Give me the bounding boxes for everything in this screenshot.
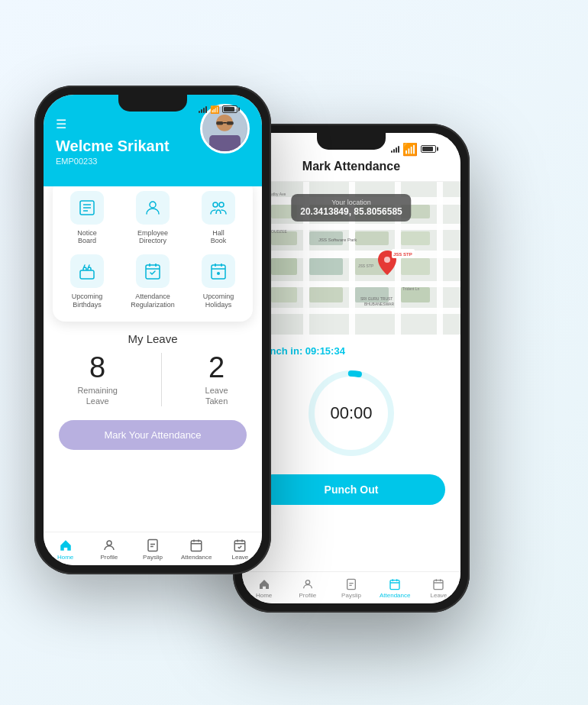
- r-nav-profile[interactable]: Profile: [286, 572, 329, 603]
- svg-rect-5: [227, 121, 234, 125]
- svg-rect-4: [216, 121, 223, 125]
- leave-stats: 8 RemainingLeave 2 LeaveTaken: [56, 353, 250, 407]
- punch-in-time: 09:15:34: [305, 345, 345, 357]
- svg-rect-14: [80, 270, 94, 279]
- punch-out-button[interactable]: Punch Out: [257, 474, 445, 505]
- svg-rect-15: [146, 265, 160, 279]
- profile-icon: [102, 538, 116, 552]
- attendance-reg-label: AttendanceRegularization: [131, 293, 175, 309]
- my-leave-title: My Leave: [56, 332, 250, 345]
- svg-text:Trident Ln: Trident Ln: [402, 286, 420, 291]
- location-label: Your location: [300, 199, 402, 206]
- svg-rect-54: [309, 258, 343, 275]
- nav-item-profile[interactable]: Profile: [87, 532, 131, 565]
- menu-item-employee-directory[interactable]: EmployeeDirectory: [124, 191, 181, 246]
- svg-rect-80: [434, 580, 443, 589]
- leave-taken-number: 2: [205, 353, 228, 382]
- punch-section: Punch in: 09:15:34 00:00 Punch Out: [242, 335, 460, 571]
- bottom-nav-left: Home Profile Payslip: [44, 532, 262, 565]
- remaining-leave: 8 RemainingLeave: [77, 353, 118, 407]
- hall-book-label: HallBook: [211, 229, 227, 246]
- svg-text:SRI GURU TRUST: SRI GURU TRUST: [360, 296, 393, 301]
- svg-point-11: [150, 202, 156, 208]
- svg-rect-57: [271, 287, 297, 302]
- leave-taken: 2 LeaveTaken: [205, 353, 228, 407]
- notice-board-icon: [70, 191, 104, 225]
- svg-rect-53: [271, 258, 297, 275]
- r-payslip-label: Payslip: [341, 592, 361, 599]
- nav-attendance-label: Attendance: [181, 554, 212, 561]
- nav-item-payslip[interactable]: Payslip: [131, 532, 174, 565]
- employee-directory-icon: [136, 191, 170, 225]
- svg-text:JSS STP: JSS STP: [393, 252, 412, 257]
- r-payslip-icon: [345, 578, 357, 590]
- svg-rect-58: [309, 287, 343, 302]
- holidays-label: UpcomingHolidays: [203, 293, 234, 309]
- mark-attendance-container: Mark Your Attendance: [44, 412, 262, 458]
- notice-board-label: NoticeBoard: [77, 229, 97, 246]
- nav-item-leave[interactable]: Leave: [218, 532, 262, 565]
- r-nav-home[interactable]: Home: [242, 572, 286, 603]
- menu-item-attendance-reg[interactable]: AttendanceRegularization: [124, 254, 181, 309]
- svg-rect-52: [401, 231, 430, 245]
- remaining-leave-label: RemainingLeave: [77, 385, 118, 407]
- birthdays-icon: [70, 254, 104, 288]
- svg-text:JSS Software Park: JSS Software Park: [318, 238, 357, 242]
- screen-right: 📶 Mark Attendance: [242, 133, 460, 603]
- r-profile-icon: [302, 578, 314, 590]
- svg-rect-76: [390, 580, 399, 589]
- r-leave-label: Leave: [431, 592, 447, 599]
- r-nav-leave[interactable]: Leave: [417, 572, 460, 603]
- r-home-icon: [258, 578, 270, 590]
- holidays-icon: [202, 254, 235, 288]
- menu-item-birthdays[interactable]: UpcomingBirthdays: [59, 254, 115, 309]
- nav-payslip-label: Payslip: [143, 554, 163, 561]
- svg-text:JSS STP: JSS STP: [358, 264, 374, 268]
- timer-circle: 00:00: [305, 367, 397, 459]
- bottom-nav-right: Home Profile Payslip: [242, 571, 460, 603]
- svg-rect-56: [401, 258, 430, 275]
- nav-profile-label: Profile: [100, 554, 118, 561]
- remaining-leave-number: 8: [77, 353, 118, 382]
- svg-rect-26: [191, 541, 202, 551]
- mark-attendance-title: Mark Attendance: [254, 160, 448, 173]
- menu-item-holidays[interactable]: UpcomingHolidays: [190, 254, 247, 309]
- r-nav-payslip[interactable]: Payslip: [329, 572, 373, 603]
- phone-notch-right: [317, 133, 386, 150]
- wifi-icon-left: 📶: [210, 105, 219, 114]
- r-attendance-icon: [389, 578, 401, 590]
- nav-item-attendance[interactable]: Attendance: [175, 532, 218, 565]
- svg-rect-51: [355, 231, 389, 245]
- nav-item-home[interactable]: Home: [44, 532, 87, 565]
- hall-book-icon: [202, 191, 235, 225]
- r-leave-icon: [432, 578, 444, 590]
- birthdays-label: UpcomingBirthdays: [72, 293, 103, 309]
- menu-item-hall-book[interactable]: HallBook: [190, 191, 247, 246]
- svg-text:OUDZEE: OUDZEE: [271, 229, 288, 234]
- phones-container: 📶 ☰ Welcme Srikant EMP00233: [27, 24, 561, 681]
- attendance-reg-icon: [136, 254, 170, 288]
- r-profile-label: Profile: [299, 592, 316, 599]
- location-tooltip: Your location 20.3413849, 85.8056585: [291, 194, 411, 222]
- svg-point-24: [107, 541, 111, 545]
- svg-point-74: [305, 580, 309, 584]
- payslip-icon: [146, 538, 160, 552]
- mark-attendance-button[interactable]: Mark Your Attendance: [59, 420, 247, 450]
- r-nav-attendance[interactable]: Attendance: [373, 572, 417, 603]
- menu-item-notice-board[interactable]: NoticeBoard: [59, 191, 115, 246]
- timer-display: 00:00: [330, 403, 372, 423]
- svg-text:BHUBANESWAR: BHUBANESWAR: [364, 302, 394, 306]
- leave-divider: [161, 353, 162, 407]
- svg-point-13: [219, 202, 224, 207]
- svg-rect-3: [209, 135, 241, 151]
- svg-point-69: [384, 257, 390, 263]
- phone-left: 📶 ☰ Welcme Srikant EMP00233: [34, 86, 271, 574]
- svg-point-12: [213, 202, 218, 207]
- leave-icon: [233, 538, 247, 552]
- svg-point-23: [217, 272, 220, 275]
- svg-rect-44: [437, 182, 443, 335]
- my-leave-section: My Leave 8 RemainingLeave 2 LeaveTaken: [44, 322, 262, 413]
- phone-notch-left: [118, 95, 187, 112]
- svg-rect-30: [235, 541, 246, 551]
- leave-taken-label: LeaveTaken: [205, 385, 228, 407]
